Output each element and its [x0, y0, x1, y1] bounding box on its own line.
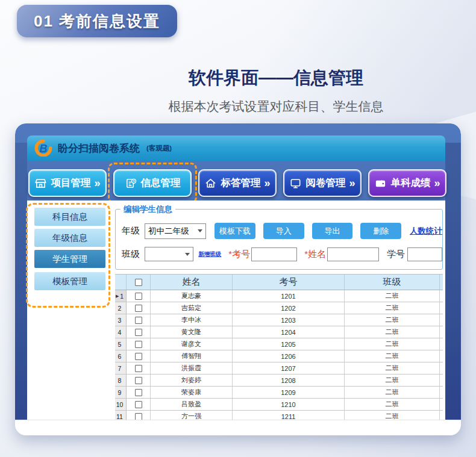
checkbox[interactable]	[135, 353, 142, 360]
student-count-link[interactable]: 人数统计	[410, 226, 442, 237]
row-checkbox-cell[interactable]	[127, 411, 151, 420]
table-body: ▶1夏志豪1201二班2吉茹定1202二班3李中冰1203二班4黄文隆1204二…	[115, 290, 443, 420]
table-row[interactable]: ▶1夏志豪1201二班	[115, 290, 443, 302]
row-checkbox-cell[interactable]	[127, 314, 151, 326]
name-input[interactable]	[327, 247, 379, 261]
table-row[interactable]: 7洪振霞1207二班	[115, 362, 443, 375]
cell-extra	[440, 326, 443, 338]
checkbox[interactable]	[135, 341, 142, 348]
student-no-label: 学号	[387, 249, 405, 260]
table-row[interactable]: 8刘姿婷1208二班	[115, 375, 443, 387]
header-checkbox-cell[interactable]	[127, 275, 151, 290]
cell-exam-no: 1205	[233, 338, 345, 350]
frame-right-band	[445, 143, 461, 420]
cell-extra	[440, 411, 443, 420]
checkbox[interactable]	[135, 389, 142, 396]
row-indicator: 6	[115, 350, 127, 362]
import-button[interactable]: 导入	[263, 223, 304, 239]
header-class: 班级	[345, 275, 440, 290]
checkbox[interactable]	[135, 401, 142, 408]
exam-no-input[interactable]	[251, 247, 297, 261]
row-checkbox-cell[interactable]	[127, 362, 151, 374]
cell-extra	[440, 399, 443, 410]
more-arrow-icon: »	[434, 177, 440, 190]
cell-name: 刘姿婷	[151, 375, 233, 386]
cell-extra	[440, 338, 443, 350]
checkbox[interactable]	[135, 365, 142, 372]
toolbar-button-label: 项目管理	[51, 176, 90, 190]
document-clock-icon	[125, 177, 137, 190]
checkbox[interactable]	[135, 305, 142, 312]
export-button[interactable]: 导出	[312, 223, 353, 239]
row-indicator: 8	[115, 375, 127, 386]
row-checkbox-cell[interactable]	[127, 375, 151, 386]
row-checkbox-cell[interactable]	[127, 302, 151, 314]
monitor-icon	[289, 177, 302, 190]
cell-name: 洪振霞	[151, 362, 233, 374]
cell-exam-no: 1209	[233, 387, 345, 398]
table-row[interactable]: 10吕致盈1210二班	[115, 399, 443, 411]
row-checkbox-cell[interactable]	[127, 350, 151, 362]
fieldset-legend: 编辑学生信息	[121, 204, 175, 215]
toolbar-button-answer[interactable]: 标答管理 »	[198, 169, 277, 197]
table-row[interactable]: 11方一强1211二班	[115, 411, 443, 420]
checkbox[interactable]	[135, 329, 142, 336]
sidebar-item-students[interactable]: 学生管理	[34, 250, 105, 268]
cell-exam-no: 1201	[233, 290, 345, 302]
store-icon	[34, 177, 47, 190]
form-row-class: 班级 新增班级 *考号 *姓名 学号	[122, 246, 442, 262]
checkbox[interactable]	[135, 377, 142, 384]
sidebar-item-subjects[interactable]: 科目信息	[34, 208, 105, 226]
row-indicator: 11	[115, 411, 127, 420]
checkbox[interactable]	[135, 413, 142, 420]
cell-name: 夏志豪	[151, 290, 233, 302]
page-title: 软件界面——信息管理	[0, 66, 476, 90]
grade-label: 年级	[122, 225, 140, 237]
table-row[interactable]: 3李中冰1203二班	[115, 314, 443, 326]
toolbar-button-label: 标答管理	[221, 176, 260, 190]
checkbox[interactable]	[135, 293, 142, 300]
table-row[interactable]: 6傅智翔1206二班	[115, 350, 443, 362]
toolbar-button-info[interactable]: 信息管理	[113, 169, 192, 197]
row-indicator: 5	[115, 338, 127, 350]
cell-name: 黄文隆	[151, 326, 233, 338]
row-indicator: 10	[115, 399, 127, 410]
row-checkbox-cell[interactable]	[127, 326, 151, 338]
sidebar-item-templates[interactable]: 模板管理	[34, 272, 105, 290]
row-checkbox-cell[interactable]	[127, 338, 151, 350]
cell-class: 二班	[345, 290, 440, 302]
checkbox	[135, 279, 142, 286]
cell-extra	[440, 290, 443, 302]
row-indicator: 9	[115, 387, 127, 398]
toolbar-button-scores[interactable]: 单科成绩 »	[368, 169, 446, 197]
row-checkbox-cell[interactable]	[127, 387, 151, 398]
table-row[interactable]: 5谢彦文1205二班	[115, 338, 443, 350]
toolbar-button-marking[interactable]: 阅卷管理 »	[283, 169, 362, 197]
add-class-link[interactable]: 新增班级	[198, 250, 221, 258]
sidebar-item-grades[interactable]: 年级信息	[34, 229, 105, 247]
class-select[interactable]	[145, 247, 193, 261]
grade-select[interactable]: 初中二年级	[145, 223, 206, 239]
chevron-down-icon	[198, 229, 202, 232]
template-download-button[interactable]: 模板下载	[215, 223, 255, 239]
student-no-input[interactable]	[407, 247, 442, 261]
row-checkbox-cell[interactable]	[127, 399, 151, 410]
toolbar-button-project[interactable]: 项目管理 »	[28, 169, 107, 197]
delete-button[interactable]: 删除	[360, 223, 401, 239]
chevron-down-icon	[185, 253, 190, 256]
form-row-grade: 年级 初中二年级 模板下载 导入 导出 删除 人数统计	[122, 223, 442, 239]
table-row[interactable]: 2吉茹定1202二班	[115, 302, 443, 314]
cell-name: 吉茹定	[151, 302, 233, 314]
class-label: 班级	[122, 249, 140, 260]
row-checkbox-cell[interactable]	[127, 290, 151, 302]
row-indicator: 2	[115, 302, 127, 314]
checkbox[interactable]	[135, 317, 142, 324]
cell-class: 二班	[345, 362, 440, 374]
app-title: 盼分扫描阅卷系统	[58, 141, 140, 155]
table-row[interactable]: 9荣姿康1209二班	[115, 387, 443, 399]
toolbar: 项目管理 » 信息管理 » 标答管理 »	[28, 169, 446, 197]
titlebar: B 盼分扫描阅卷系统 (客观题)	[27, 135, 445, 161]
cell-extra	[440, 302, 443, 314]
cell-class: 二班	[345, 375, 440, 386]
table-row[interactable]: 4黄文隆1204二班	[115, 326, 443, 338]
